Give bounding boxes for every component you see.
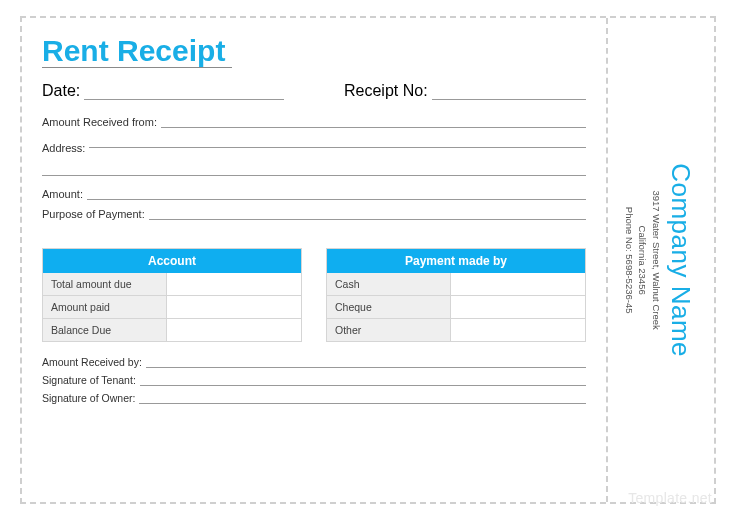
table-row: Cash <box>327 273 585 295</box>
cell-label: Amount paid <box>43 296 167 318</box>
receipt-title: Rent Receipt <box>42 34 232 68</box>
table-row: Balance Due <box>43 318 301 341</box>
input-date[interactable] <box>84 88 284 100</box>
cell-value[interactable] <box>451 273 585 295</box>
input-amount-received-from[interactable] <box>161 116 586 128</box>
company-phone: Phone No: 5698-5236-45 <box>623 163 636 357</box>
input-signature-tenant[interactable] <box>140 374 586 386</box>
input-address-1[interactable] <box>89 136 586 148</box>
field-signature-tenant: Signature of Tenant: <box>42 374 586 386</box>
cell-label: Cheque <box>327 296 451 318</box>
cell-value[interactable] <box>167 296 301 318</box>
table-account: Account Total amount due Amount paid Bal… <box>42 248 302 342</box>
table-row: Amount paid <box>43 295 301 318</box>
input-received-by[interactable] <box>146 356 586 368</box>
label-signature-tenant: Signature of Tenant: <box>42 374 140 386</box>
table-row: Total amount due <box>43 273 301 295</box>
field-date: Date: <box>42 82 284 100</box>
company-name: Company Name <box>663 163 699 357</box>
cell-value[interactable] <box>167 273 301 295</box>
label-date: Date: <box>42 82 84 100</box>
label-amount-received-from: Amount Received from: <box>42 116 161 128</box>
label-purpose: Purpose of Payment: <box>42 208 149 220</box>
field-purpose: Purpose of Payment: <box>42 208 586 220</box>
cell-value[interactable] <box>451 296 585 318</box>
input-receipt-no[interactable] <box>432 88 586 100</box>
company-address-1: 3917 Water Street, Walnut Creek <box>649 163 662 357</box>
field-amount: Amount: <box>42 188 586 200</box>
label-amount: Amount: <box>42 188 87 200</box>
cell-value[interactable] <box>451 319 585 341</box>
cell-value[interactable] <box>167 319 301 341</box>
field-amount-received-from: Amount Received from: <box>42 116 586 128</box>
table-row: Cheque <box>327 295 585 318</box>
field-receipt-no: Receipt No: <box>344 82 586 100</box>
table-payment-header: Payment made by <box>327 249 585 273</box>
input-signature-owner[interactable] <box>139 392 586 404</box>
field-address: Address: <box>42 136 586 154</box>
label-received-by: Amount Received by: <box>42 356 146 368</box>
cell-label: Balance Due <box>43 319 167 341</box>
receipt-stub: Company Name 3917 Water Street, Walnut C… <box>608 18 714 502</box>
receipt-outer: Rent Receipt Date: Receipt No: Amount Re… <box>20 16 716 504</box>
stub-content: Company Name 3917 Water Street, Walnut C… <box>623 163 699 357</box>
input-purpose[interactable] <box>149 208 586 220</box>
cell-label: Cash <box>327 273 451 295</box>
input-amount[interactable] <box>87 188 586 200</box>
table-payment: Payment made by Cash Cheque Other <box>326 248 586 342</box>
table-account-header: Account <box>43 249 301 273</box>
label-receipt-no: Receipt No: <box>344 82 432 100</box>
cell-label: Other <box>327 319 451 341</box>
cell-label: Total amount due <box>43 273 167 295</box>
row-date-receipt: Date: Receipt No: <box>42 82 586 100</box>
table-row: Other <box>327 318 585 341</box>
field-received-by: Amount Received by: <box>42 356 586 368</box>
label-signature-owner: Signature of Owner: <box>42 392 139 404</box>
label-address: Address: <box>42 142 89 154</box>
field-signature-owner: Signature of Owner: <box>42 392 586 404</box>
company-address-2: California 23456 <box>636 163 649 357</box>
receipt-main: Rent Receipt Date: Receipt No: Amount Re… <box>22 18 608 502</box>
tables-row: Account Total amount due Amount paid Bal… <box>42 248 586 342</box>
signature-block: Amount Received by: Signature of Tenant:… <box>42 356 586 410</box>
input-address-2[interactable] <box>42 162 586 176</box>
